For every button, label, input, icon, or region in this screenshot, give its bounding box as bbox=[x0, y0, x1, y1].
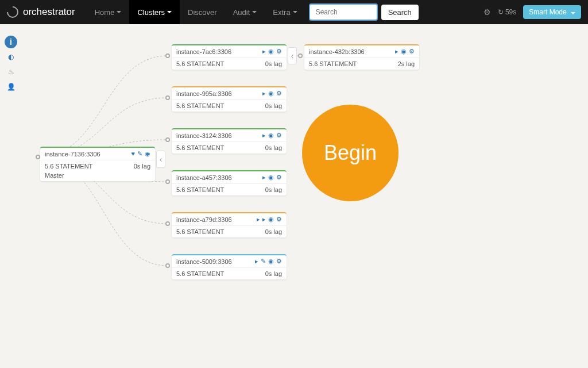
node-connector-dot bbox=[165, 179, 170, 184]
node-lag: 0s lag bbox=[265, 228, 282, 235]
node-role: Master bbox=[40, 172, 155, 181]
node-lag: 0s lag bbox=[265, 60, 282, 67]
node-lag: 0s lag bbox=[265, 102, 282, 109]
node-title: instance-a79d:3306 bbox=[176, 216, 232, 223]
caret-icon bbox=[167, 11, 172, 13]
node-version: 5.6 STATEMENT bbox=[176, 144, 224, 151]
globe-icon[interactable]: ◉ bbox=[268, 174, 274, 181]
globe-icon[interactable]: ◉ bbox=[145, 150, 150, 158]
node-version: 5.6 STATEMENT bbox=[176, 228, 224, 235]
node-title: instance-a457:3306 bbox=[176, 174, 232, 181]
navbar: orchestrator HomeClustersDiscoverAuditEx… bbox=[0, 0, 588, 24]
caret-icon bbox=[293, 11, 297, 13]
globe-icon[interactable]: ◉ bbox=[401, 48, 407, 55]
brand[interactable]: orchestrator bbox=[7, 6, 75, 18]
brand-text: orchestrator bbox=[23, 6, 75, 18]
play-icon[interactable]: ▸ bbox=[262, 132, 266, 139]
node-version: 5.6 STATEMENT bbox=[176, 186, 224, 193]
replica-node[interactable]: instance-7ac6:3306▸◉⚙5.6 STATEMENT0s lag bbox=[172, 44, 287, 70]
play-icon[interactable]: ▸ bbox=[262, 216, 266, 223]
heart-icon[interactable]: ♥ bbox=[131, 150, 135, 158]
node-version: 5.6 STATEMENT bbox=[176, 270, 224, 277]
play-icon[interactable]: ▸ bbox=[262, 90, 266, 97]
node-lag: 0s lag bbox=[265, 186, 282, 193]
node-connector-dot bbox=[165, 95, 170, 100]
replica-node[interactable]: instance-3124:3306▸◉⚙5.6 STATEMENT0s lag bbox=[172, 128, 287, 154]
brand-logo-icon bbox=[5, 4, 21, 20]
node-title: instance-3124:3306 bbox=[176, 132, 232, 139]
node-lag: 0s lag bbox=[265, 270, 282, 277]
node-connector-dot bbox=[165, 263, 170, 268]
node-lag: 2s lag bbox=[398, 60, 415, 67]
collapse-button[interactable]: ‹ bbox=[156, 151, 165, 168]
node-connector-dot bbox=[165, 221, 170, 226]
collapse-button[interactable]: ‹ bbox=[288, 47, 297, 64]
replica-node[interactable]: instance-995a:3306▸◉⚙5.6 STATEMENT0s lag bbox=[172, 86, 287, 112]
node-lag: 0s lag bbox=[134, 163, 150, 170]
globe-icon[interactable]: ◉ bbox=[268, 90, 274, 97]
caret-icon bbox=[571, 12, 575, 14]
node-title: instance-7ac6:3306 bbox=[176, 48, 231, 55]
node-title: instance-995a:3306 bbox=[176, 90, 232, 97]
node-title: instance-7136:3306 bbox=[45, 151, 100, 158]
nav-item-clusters[interactable]: Clusters bbox=[129, 0, 180, 24]
nav-item-discover[interactable]: Discover bbox=[180, 0, 225, 24]
node-title: instance-432b:3306 bbox=[309, 48, 365, 55]
node-version: 5.6 STATEMENT bbox=[45, 163, 92, 170]
replica-node[interactable]: instance-432b:3306 ▸ ◉ ⚙ 5.6 STATEMENT 2… bbox=[304, 44, 419, 70]
play-icon[interactable]: ▸ bbox=[255, 258, 258, 265]
nav-item-audit[interactable]: Audit bbox=[225, 0, 265, 24]
gear-icon[interactable]: ⚙ bbox=[276, 258, 282, 265]
replica-node[interactable]: instance-5009:3306▸✎◉⚙5.6 STATEMENT0s la… bbox=[172, 254, 287, 279]
node-connector-dot bbox=[165, 53, 170, 58]
node-title: instance-5009:3306 bbox=[176, 258, 232, 265]
globe-icon[interactable]: ◉ bbox=[268, 132, 274, 139]
pencil-icon[interactable]: ✎ bbox=[137, 150, 142, 158]
refresh-button[interactable]: ↻ 59s bbox=[498, 8, 517, 16]
caret-icon bbox=[117, 11, 121, 13]
node-connector-dot bbox=[36, 155, 40, 159]
pencil-icon[interactable]: ✎ bbox=[261, 258, 266, 265]
node-connector-dot bbox=[298, 53, 303, 58]
gear-icon[interactable]: ⚙ bbox=[483, 7, 491, 17]
node-connector-dot bbox=[165, 137, 170, 142]
begin-button[interactable]: Begin bbox=[302, 105, 399, 201]
node-lag: 0s lag bbox=[265, 144, 282, 151]
smart-mode-button[interactable]: Smart Mode bbox=[523, 5, 581, 19]
gear-icon[interactable]: ⚙ bbox=[276, 174, 282, 181]
play-icon[interactable]: ▸ bbox=[257, 216, 260, 223]
connections-svg bbox=[0, 24, 588, 368]
gear-icon[interactable]: ⚙ bbox=[276, 48, 282, 55]
gear-icon[interactable]: ⚙ bbox=[276, 216, 282, 223]
nav-item-extra[interactable]: Extra bbox=[265, 0, 305, 24]
node-version: 5.6 STATEMENT bbox=[176, 60, 224, 67]
globe-icon[interactable]: ◉ bbox=[268, 216, 274, 223]
search-input[interactable] bbox=[309, 3, 378, 21]
globe-icon[interactable]: ◉ bbox=[268, 48, 274, 55]
gear-icon[interactable]: ⚙ bbox=[409, 48, 415, 55]
play-icon[interactable]: ▸ bbox=[262, 48, 266, 55]
search-button[interactable]: Search bbox=[381, 5, 419, 20]
master-node[interactable]: instance-7136:3306 ♥ ✎ ◉ 5.6 STATEMENT 0… bbox=[40, 147, 155, 181]
node-version: 5.6 STATEMENT bbox=[176, 102, 224, 109]
caret-icon bbox=[252, 11, 257, 13]
gear-icon[interactable]: ⚙ bbox=[276, 90, 282, 97]
nav-item-home[interactable]: Home bbox=[87, 0, 130, 24]
replica-node[interactable]: instance-a79d:3306▸▸◉⚙5.6 STATEMENT0s la… bbox=[172, 212, 287, 237]
replica-node[interactable]: instance-a457:3306▸◉⚙5.6 STATEMENT0s lag bbox=[172, 170, 287, 195]
topology-canvas: instance-7136:3306 ♥ ✎ ◉ 5.6 STATEMENT 0… bbox=[0, 24, 588, 368]
node-version: 5.6 STATEMENT bbox=[309, 60, 357, 67]
play-icon[interactable]: ▸ bbox=[395, 48, 399, 55]
gear-icon[interactable]: ⚙ bbox=[276, 132, 282, 139]
globe-icon[interactable]: ◉ bbox=[268, 258, 274, 265]
play-icon[interactable]: ▸ bbox=[262, 174, 266, 181]
